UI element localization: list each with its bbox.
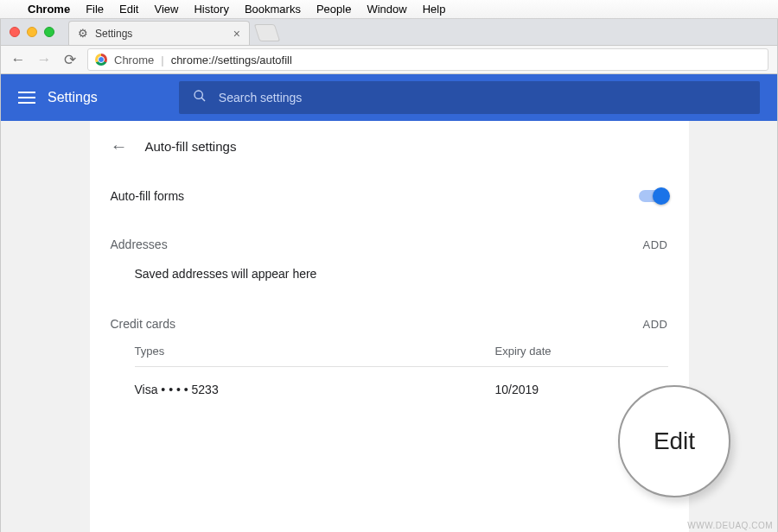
search-settings-input[interactable] bbox=[219, 91, 746, 104]
gear-icon: ⚙ bbox=[78, 27, 88, 40]
column-types: Types bbox=[135, 345, 495, 358]
reload-button[interactable]: ⟳ bbox=[61, 51, 79, 69]
addresses-empty-text: Saved addresses will appear here bbox=[90, 258, 689, 289]
tab-strip: ⚙ Settings × bbox=[1, 19, 777, 45]
omnibox-product: Chrome bbox=[114, 54, 154, 66]
forward-button[interactable]: → bbox=[35, 51, 53, 68]
back-button[interactable]: ← bbox=[10, 51, 27, 68]
addresses-section-header: Addresses ADD bbox=[90, 210, 689, 258]
menu-people[interactable]: People bbox=[316, 3, 351, 16]
credit-cards-label: Credit cards bbox=[111, 317, 175, 331]
credit-cards-section-header: Credit cards ADD bbox=[90, 289, 689, 338]
tab-title: Settings bbox=[95, 28, 132, 40]
card-type-cell: Visa • • • • 5233 bbox=[135, 383, 495, 396]
menu-bookmarks[interactable]: Bookmarks bbox=[245, 3, 301, 16]
addresses-label: Addresses bbox=[111, 238, 168, 251]
tab-close-button[interactable]: × bbox=[233, 27, 240, 41]
hamburger-menu-icon[interactable] bbox=[18, 92, 35, 104]
menu-view[interactable]: View bbox=[154, 3, 178, 16]
settings-card: ← Auto-fill settings Auto-fill forms Add… bbox=[90, 121, 689, 532]
menu-history[interactable]: History bbox=[194, 3, 228, 16]
svg-point-0 bbox=[194, 91, 202, 98]
window-zoom-button[interactable] bbox=[44, 27, 54, 37]
chrome-icon bbox=[95, 54, 107, 66]
mac-menubar: Chrome File Edit View History Bookmarks … bbox=[0, 0, 778, 19]
card-header: ← Auto-fill settings bbox=[90, 121, 689, 182]
autofill-forms-label: Auto-fill forms bbox=[111, 189, 185, 203]
window-close-button[interactable] bbox=[10, 27, 20, 37]
new-tab-button[interactable] bbox=[254, 24, 280, 41]
omnibox-separator: | bbox=[161, 54, 163, 66]
window-minimize-button[interactable] bbox=[27, 27, 37, 37]
back-arrow-icon[interactable]: ← bbox=[111, 136, 128, 156]
credit-card-row[interactable]: Visa • • • • 5233 10/2019 bbox=[135, 367, 668, 412]
add-address-button[interactable]: ADD bbox=[643, 238, 668, 251]
page-title: Auto-fill settings bbox=[145, 139, 237, 154]
edit-callout: Edit bbox=[618, 385, 730, 497]
menu-window[interactable]: Window bbox=[367, 3, 406, 16]
watermark: WWW.DEUAQ.COM bbox=[687, 521, 773, 530]
search-settings-box[interactable] bbox=[179, 81, 760, 114]
settings-title: Settings bbox=[48, 90, 98, 105]
settings-header: Settings bbox=[1, 74, 777, 121]
menu-help[interactable]: Help bbox=[423, 3, 446, 16]
svg-line-1 bbox=[201, 98, 205, 101]
window-controls bbox=[10, 27, 54, 37]
address-bar[interactable]: Chrome | chrome://settings/autofill bbox=[87, 48, 768, 71]
menu-edit[interactable]: Edit bbox=[119, 3, 138, 16]
add-card-button[interactable]: ADD bbox=[643, 318, 668, 331]
omnibox-url: chrome://settings/autofill bbox=[171, 54, 292, 66]
autofill-forms-row: Auto-fill forms bbox=[90, 182, 689, 210]
browser-toolbar: ← → ⟳ Chrome | chrome://settings/autofil… bbox=[1, 45, 777, 74]
menu-file[interactable]: File bbox=[86, 3, 104, 16]
browser-tab[interactable]: ⚙ Settings × bbox=[68, 21, 250, 45]
app-menu[interactable]: Chrome bbox=[28, 3, 70, 16]
column-expiry: Expiry date bbox=[495, 345, 668, 358]
search-icon bbox=[193, 89, 207, 106]
cards-table-header: Types Expiry date bbox=[135, 338, 668, 367]
autofill-forms-toggle[interactable] bbox=[639, 190, 668, 202]
